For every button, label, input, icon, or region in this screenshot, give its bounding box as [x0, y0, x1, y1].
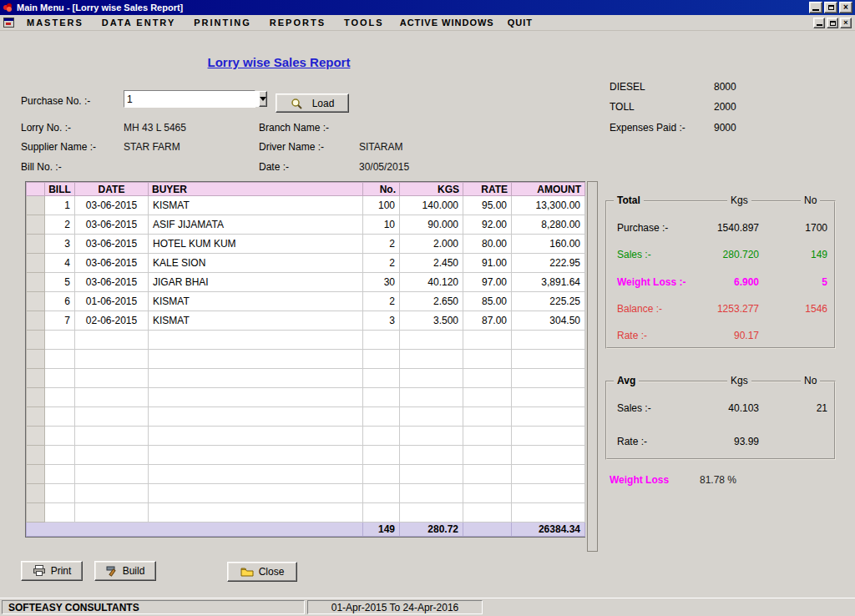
empty-cell: [463, 446, 512, 465]
row-selector: [27, 484, 45, 503]
lorry-no-label: Lorry No. :-: [21, 122, 71, 134]
cell-kgs: 2.000: [400, 235, 463, 254]
table-row[interactable]: 3 03-06-2015 HOTEL KUM KUM 2 2.000 80.00…: [27, 235, 585, 254]
purchase-no-combobox[interactable]: [124, 90, 255, 108]
close-button[interactable]: ×: [839, 2, 852, 13]
menu-item-masters[interactable]: MASTERS: [18, 18, 93, 28]
row-selector: [27, 446, 45, 465]
child-restore-button[interactable]: [827, 18, 838, 28]
empty-cell: [363, 350, 400, 369]
toll-label: TOLL: [610, 101, 635, 113]
cell-buyer: HOTEL KUM KUM: [149, 235, 363, 254]
app-icon: [3, 3, 13, 13]
cell-bill: 3: [45, 235, 75, 254]
expenses-paid-label: Expenses Paid :-: [610, 122, 686, 134]
table-row[interactable]: 6 01-06-2015 KISMAT 2 2.650 85.00 225.25: [27, 292, 585, 311]
combo-dropdown-button[interactable]: [259, 91, 267, 107]
menu-item-quit[interactable]: QUIT: [501, 18, 539, 28]
purchase-no-input[interactable]: [124, 91, 259, 107]
empty-cell: [400, 388, 463, 407]
child-minimize-button[interactable]: [813, 18, 825, 28]
table-empty-row: [27, 427, 585, 446]
cell-no: 10: [363, 215, 400, 235]
empty-cell: [75, 484, 149, 503]
cell-date: 01-06-2015: [75, 292, 149, 311]
print-button[interactable]: Print: [21, 561, 83, 581]
print-button-label: Print: [51, 565, 72, 577]
empty-cell: [149, 331, 363, 350]
empty-cell: [149, 369, 363, 388]
empty-cell: [75, 331, 149, 350]
build-button[interactable]: Build: [94, 561, 156, 581]
row-selector[interactable]: [27, 311, 45, 331]
empty-cell: [463, 407, 512, 427]
purchase-no-label: Purchase No. :-: [21, 95, 90, 107]
grid-totals-row: 149 280.72 26384.34: [27, 523, 585, 537]
driver-name-value: SITARAM: [359, 141, 402, 153]
empty-cell: [75, 369, 149, 388]
date-value: 30/05/2015: [359, 161, 409, 173]
row-selector[interactable]: [27, 254, 45, 273]
table-row[interactable]: 2 03-06-2015 ASIF JIJAMATA 10 90.000 92.…: [27, 215, 585, 235]
avg-rate-kgs: 93.99: [711, 436, 759, 447]
sales-grid: BILL DATE BUYER No. KGS RATE AMOUNT 1 03…: [25, 181, 585, 538]
cell-amount: 3,891.64: [512, 273, 585, 292]
table-row[interactable]: 7 02-06-2015 KISMAT 3 3.500 87.00 304.50: [27, 311, 585, 331]
cell-kgs: 40.120: [400, 273, 463, 292]
total-kgs-header: Kgs: [727, 194, 751, 206]
page-title: Lorry wise Sales Report: [149, 55, 409, 69]
expenses-paid-value: 9000: [714, 122, 736, 134]
statusbar-company: SOFTEASY CONSULTANTS: [2, 600, 305, 614]
title-bar: Main Menu - [Lorry wise Sales Report] ×: [0, 0, 855, 15]
sales-total-label: Sales :-: [617, 249, 711, 260]
empty-cell: [512, 446, 585, 465]
empty-cell: [463, 388, 512, 407]
minimize-button[interactable]: [809, 2, 822, 13]
row-selector[interactable]: [27, 292, 45, 311]
empty-cell: [149, 427, 363, 446]
menu-item-reports[interactable]: REPORTS: [261, 18, 335, 28]
close-report-button[interactable]: Close: [227, 562, 297, 582]
table-row[interactable]: 4 03-06-2015 KALE SION 2 2.450 91.00 222…: [27, 254, 585, 273]
restore-button[interactable]: [824, 2, 837, 13]
menu-item-tools[interactable]: TOOLS: [335, 18, 393, 28]
menu-item-printing[interactable]: PRINTING: [185, 18, 261, 28]
empty-cell: [363, 407, 400, 427]
window-title: Main Menu - [Lorry wise Sales Report]: [17, 3, 183, 13]
empty-cell: [512, 503, 585, 523]
row-selector[interactable]: [27, 215, 45, 235]
menu-item-data-entry[interactable]: DATA ENTRY: [93, 18, 185, 28]
table-empty-row: [27, 446, 585, 465]
balance-total-label: Balance :-: [617, 303, 711, 315]
table-row[interactable]: 1 03-06-2015 KISMAT 100 140.000 95.00 13…: [27, 196, 585, 215]
total-panel: Total Kgs No Purchase :- 1540.897 1700 S…: [605, 200, 836, 349]
build-button-label: Build: [123, 565, 145, 577]
table-row[interactable]: 5 03-06-2015 JIGAR BHAI 30 40.120 97.00 …: [27, 273, 585, 292]
empty-cell: [363, 446, 400, 465]
weight-loss-summary: Weight Loss 81.78 %: [610, 474, 836, 486]
empty-cell: [45, 503, 75, 523]
child-close-button[interactable]: ×: [840, 18, 852, 28]
row-selector[interactable]: [27, 273, 45, 292]
avg-rate-label: Rate :-: [617, 436, 711, 447]
menu-item-active-windows[interactable]: ACTIVE WINDOWS: [393, 18, 501, 28]
empty-cell: [45, 465, 75, 484]
cell-rate: 92.00: [463, 215, 512, 235]
row-selector[interactable]: [27, 196, 45, 215]
load-button[interactable]: Load: [276, 93, 349, 113]
totals-spacer: [27, 523, 363, 537]
empty-cell: [363, 465, 400, 484]
empty-cell: [45, 446, 75, 465]
cell-kgs: 140.000: [400, 196, 463, 215]
load-button-text: Load: [312, 98, 335, 109]
row-selector[interactable]: [27, 235, 45, 254]
purchase-total-kgs: 1540.897: [711, 222, 759, 234]
total-panel-legend: Total: [614, 194, 644, 206]
cell-date: 03-06-2015: [75, 235, 149, 254]
row-selector: [27, 407, 45, 427]
empty-cell: [400, 503, 463, 523]
empty-cell: [463, 427, 512, 446]
grid-vertical-scrollbar[interactable]: [587, 181, 598, 552]
weight-loss-total-kgs: 6.900: [711, 276, 759, 288]
col-header-amount: AMOUNT: [512, 183, 585, 196]
